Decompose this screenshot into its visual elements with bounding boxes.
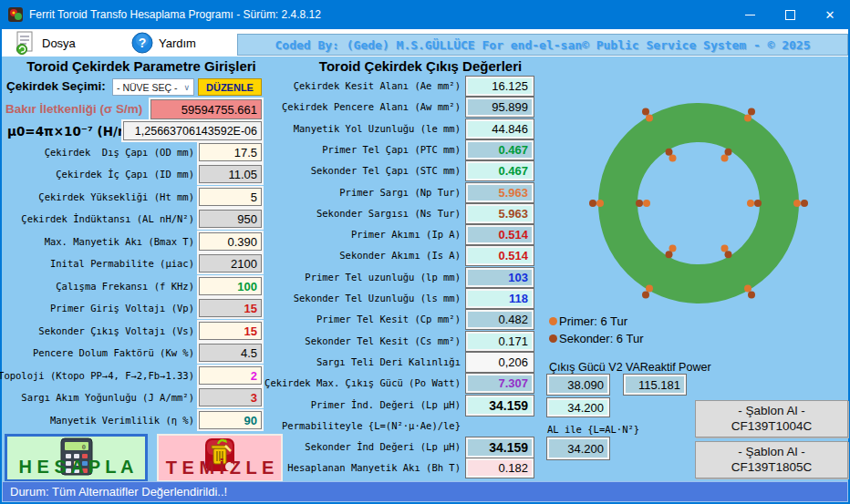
param-label: Max. Manyetik Akı (Bmax T)	[2, 232, 194, 251]
param-label: Çekirdek Yüksekliği (Ht mm)	[2, 188, 194, 206]
legend-sekonder-label: Sekonder: 6 Tur	[559, 332, 644, 345]
param-field-id[interactable]: 11.05	[199, 165, 262, 183]
param-field-topology[interactable]: 2	[199, 366, 262, 385]
param-field-j[interactable]: 3	[199, 388, 262, 406]
sekonder-dot-icon	[549, 334, 557, 343]
output-field-ae: 16.125	[466, 77, 534, 96]
chevron-down-icon: ∨	[183, 83, 190, 92]
copper-conductivity-field[interactable]: 59594755.661	[150, 99, 262, 119]
menu-bar: Dosya ? Yardım Coded By: (Gede) M.S.GÜLL…	[2, 29, 848, 57]
duzenle-button[interactable]: DÜZENLE	[198, 78, 262, 96]
output-field-ls-len: 118	[466, 289, 534, 308]
output-label: Çekirdek Pencere Alanı (Aw mm²)	[267, 98, 461, 116]
vareaktif-field: 115.181	[624, 375, 686, 395]
param-label: Pencere Dolum Faktörü (Kw %)	[2, 344, 194, 362]
core-select-value: - NÜVE SEÇ -	[117, 82, 178, 93]
param-field-al[interactable]: 950	[199, 210, 262, 228]
param-label: Sargı Akım Yoğunluğu (J A/mm²)	[2, 388, 194, 406]
close-button[interactable]: ✕	[810, 0, 850, 29]
hesapla-label: H E S A P L A	[7, 457, 145, 478]
menu-item-dosya[interactable]: Dosya	[9, 29, 81, 57]
app-icon	[7, 6, 24, 23]
param-field-eta[interactable]: 90	[199, 411, 262, 429]
svg-text:?: ?	[139, 36, 147, 50]
output-field-cp: 0.482	[466, 310, 534, 329]
output-field-ls-ind: 34.159	[466, 437, 534, 458]
core-select-dropdown[interactable]: - NÜVE SEÇ - ∨	[112, 78, 194, 96]
param-field-vp[interactable]: 15	[199, 299, 262, 317]
param-field-uiac[interactable]: 2100	[199, 254, 262, 273]
output-label: Çekirdek Max. Çıkış Gücü (Po Watt)	[267, 374, 461, 392]
param-field-bmax[interactable]: 0.390	[199, 232, 262, 251]
svg-text:0: 0	[81, 444, 85, 451]
copper-conductivity-label: Bakır İletkenliği (σ S/m)	[5, 102, 142, 116]
menu-item-yardim-label: Yardım	[159, 36, 196, 50]
menu-item-yardim[interactable]: ? Yardım	[126, 29, 202, 57]
file-icon	[15, 31, 36, 55]
param-label: Sekonder Çıkış Voltajı (Vs)	[2, 322, 194, 340]
output-field-ip: 0.514	[466, 225, 534, 244]
param-field-od[interactable]: 17.5	[199, 143, 262, 161]
minimize-button[interactable]	[730, 0, 770, 29]
mu0-label: μ0=4π×10⁻⁷ (H/m)	[7, 124, 136, 139]
output-field-cs: 0.171	[466, 332, 534, 351]
param-label: Çekirdek Dış Çapı (OD mm)	[2, 143, 194, 161]
legend-sekonder: Sekonder: 6 Tur	[549, 332, 644, 345]
output-label: Primer Tel uzunluğu (lp mm)	[267, 268, 461, 286]
sablon-button-2[interactable]: - Şablon Al - CF139T1805C	[695, 441, 848, 478]
output-label: Primer Akımı (Ip A)	[267, 225, 461, 243]
param-field-vs[interactable]: 15	[199, 322, 262, 340]
sablon-button-2-line2: CF139T1805C	[731, 460, 813, 476]
output-field-lp-ind: 34.159	[466, 396, 534, 416]
credits-banner: Coded By: (Gede) M.S.GÜLLÜCE For end-el-…	[237, 34, 848, 56]
output-field-is: 0.514	[466, 246, 534, 265]
param-label: Inital Permabilite (μiac)	[2, 254, 194, 273]
status-text: Durum: Tüm Alternatifler Değerlendirildi…	[10, 485, 227, 499]
param-label: Manyetik Verimlilik (η %)	[2, 411, 194, 429]
sablon-button-1[interactable]: - Şablon Al - CF139T1004C	[695, 400, 848, 437]
toroid-diagram	[562, 67, 835, 340]
output-field-lp-len: 103	[466, 268, 534, 287]
param-label: Topoloji (Ktopo PP→4, F→2,Fb→1.33)	[2, 366, 194, 385]
output-field-ns: 5.963	[466, 204, 534, 223]
window-title: Ferrit Toroid Transfo Hesaplama Programı…	[29, 8, 321, 21]
output-label: Primer Tel Çapı (PTC mm)	[267, 140, 461, 159]
output-label: Hesaplanan Manyetik Akı (Bh T)	[267, 458, 461, 477]
title-bar: Ferrit Toroid Transfo Hesaplama Programı…	[0, 0, 850, 29]
output-label: Sekonder Akımı (Is A)	[267, 246, 461, 264]
maximize-button[interactable]	[770, 0, 810, 29]
output-label: Sekonder Tel Çapı (STC mm)	[267, 161, 461, 180]
al-formula-note: AL ile {L=AL·N²}	[547, 420, 657, 438]
inputs-header: Toroid Çekirdek Parametre Girişleri	[9, 58, 274, 74]
output-field-po: 7.307	[466, 374, 534, 393]
primer-dot-icon	[549, 317, 557, 325]
hesapla-button[interactable]: 0 H E S A P L A	[5, 434, 148, 482]
param-label: Primer Giriş Voltajı (Vp)	[2, 299, 194, 317]
output-field-stc: 0.467	[466, 161, 534, 180]
output-label: Sekonder Tel Kesit (Cs mm²)	[267, 332, 461, 350]
temizle-button[interactable]: T E M İ Z L E	[157, 434, 283, 482]
sablon-button-2-line1: - Şablon Al -	[738, 445, 805, 460]
param-field-kw[interactable]: 4.5	[199, 344, 262, 362]
param-field-freq[interactable]: 100	[199, 277, 262, 295]
output-label: Sekonder İnd Değeri (Lp μH)	[267, 437, 461, 456]
permeability-note: Permabiliteyle {L=(N²·μ·Ae)/le}	[267, 417, 461, 435]
mu0-field[interactable]: 1,25663706143592E-06	[123, 121, 262, 140]
output-label: Çekirdek Kesit Alanı (Ae mm²)	[267, 77, 461, 95]
output-field-skin: 0,206	[466, 353, 534, 372]
output-label: Sekonder Sargısı (Ns Tur)	[267, 204, 461, 222]
sablon-button-1-line1: - Şablon Al -	[738, 404, 805, 419]
output-field-ptc: 0.467	[466, 140, 534, 159]
sablon-button-1-line2: CF139T1004C	[731, 419, 813, 435]
minimize-icon	[745, 15, 755, 15]
app-window: Ferrit Toroid Transfo Hesaplama Programı…	[0, 0, 850, 504]
legend-primer-label: Primer: 6 Tur	[559, 314, 627, 328]
output-label: Primer Sargı (Np Tur)	[267, 183, 461, 201]
cikis-gucu-label: Çıkış Gücü V2	[549, 361, 623, 374]
param-label: Çekirdek İndüktansı (AL nH/N²)	[2, 210, 194, 228]
param-field-ht[interactable]: 5	[199, 188, 262, 206]
al-ind-field-2: 34.200	[547, 437, 609, 459]
output-field-np: 5.963	[466, 183, 534, 202]
outputs-header: Toroid Çekirdek Çıkış Değerleri	[284, 58, 557, 74]
output-field-le: 44.846	[466, 119, 534, 139]
